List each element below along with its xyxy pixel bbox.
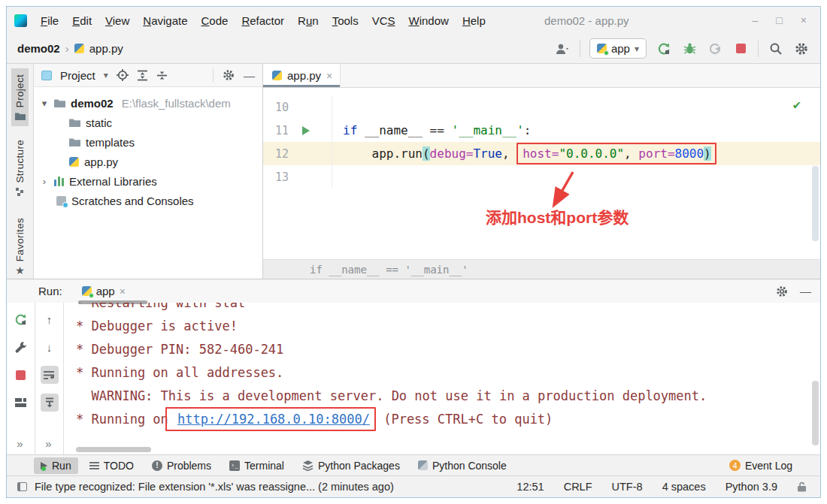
soft-wrap-toggle-icon[interactable] [41,366,59,384]
tree-row-templates[interactable]: templates [34,132,262,152]
window-minimize-button[interactable]: – [753,14,759,26]
menu-edit[interactable]: Edit [66,12,98,29]
todo-list-icon [89,462,99,469]
locate-file-icon[interactable] [117,69,129,81]
expand-all-icon[interactable] [137,70,148,81]
stop-process-button[interactable] [12,366,30,384]
run-console-output[interactable]: * Restarting with stat * Debugger is act… [64,303,820,454]
user-account-icon[interactable] [554,41,571,57]
toolwindow-tab-run[interactable]: Run [34,457,78,474]
status-line-separator[interactable]: CRLF [564,481,592,493]
chevron-down-icon[interactable]: ▾ [104,70,108,80]
more-actions-icon[interactable]: » [17,437,24,450]
window-close-button[interactable]: × [801,14,807,26]
tree-row-root[interactable]: ▾ demo02 E:\flask_fullstack\dem [34,93,262,113]
running-indicator [89,293,94,298]
stripe-tab-project[interactable]: Project [11,68,29,126]
rerun-app-button[interactable] [12,310,30,328]
toolwindow-tab-python-packages[interactable]: Python Packages [295,457,407,474]
menu-view[interactable]: View [99,12,135,29]
window-title: demo02 - app.py [544,14,629,27]
menu-code[interactable]: Code [195,12,235,29]
stripe-tab-favorites[interactable]: Favorites ★ [14,218,26,276]
edit-run-configuration-wrench-icon[interactable] [12,338,30,356]
code-editor[interactable]: 10 11 if __name__ == '__main__': 12 app.… [263,88,820,259]
run-with-coverage-icon[interactable] [707,41,723,57]
breadcrumb-project[interactable]: demo02 [17,42,60,55]
more-actions-icon[interactable]: » [45,437,53,450]
tree-row-app-py[interactable]: app.py [34,152,262,171]
toolwindow-tab-python-console[interactable]: Python Console [411,457,513,474]
run-tab-app[interactable]: app × [82,285,126,297]
status-indent[interactable]: 4 spaces [662,481,706,493]
code-line-13[interactable]: 13 [263,165,820,189]
settings-gear-icon[interactable] [793,41,810,57]
caret-collapsed-icon[interactable]: › [40,176,49,187]
hide-panel-icon[interactable]: — [800,285,811,297]
code-line-10[interactable]: 10 [263,95,820,119]
status-interpreter[interactable]: Python 3.9 [726,481,777,493]
restore-layout-icon[interactable] [12,394,30,412]
rerun-button[interactable] [656,41,672,57]
tree-item-label: Scratches and Consoles [71,195,194,207]
tree-row-scratches[interactable]: Scratches and Consoles [34,191,262,210]
caret-expanded-icon[interactable]: ▾ [40,98,49,109]
window-maximize-button[interactable]: □ [776,14,782,26]
editor-tab-label: app.py [287,69,321,82]
code-line-12[interactable]: 12 app.run(debug=True, host="0.0.0.0", p… [263,142,820,165]
project-view-icon [41,71,52,80]
console-horizontal-scrollbar[interactable] [76,447,151,452]
run-line-icon[interactable] [302,126,310,135]
lock-icon[interactable] [797,481,807,492]
next-occurrence-icon[interactable]: ↓ [41,338,59,356]
tree-row-static[interactable]: static [34,113,262,132]
tab-close-icon[interactable]: × [326,70,332,82]
menu-navigate[interactable]: Navigate [137,12,193,29]
editor-scrollbar[interactable] [812,166,819,241]
menu-tools[interactable]: Tools [326,12,365,29]
run-settings-gear-icon[interactable] [776,285,788,297]
menu-run[interactable]: Run [292,12,325,29]
annotation-box-host-port: host="0.0.0.0", port=8000) [516,143,716,164]
stripe-tab-structure[interactable]: Structure [11,134,29,202]
line-number: 10 [263,101,295,114]
toolwindow-toggle-icon[interactable] [17,482,27,491]
toolwindow-tab-todo[interactable]: TODO [83,457,141,474]
pycharm-logo-icon [14,14,27,27]
menu-vcs[interactable]: VCS [366,12,401,29]
project-tree: ▾ demo02 E:\flask_fullstack\dem static t… [34,87,262,210]
editor-tab-app-py[interactable]: app.py × [263,64,341,87]
project-settings-gear-icon[interactable] [223,69,235,81]
python-file-icon [74,44,84,53]
menu-file[interactable]: File [35,12,65,29]
menu-refactor[interactable]: Refactor [235,12,290,29]
collapse-all-icon[interactable] [156,70,168,81]
toolwindow-tab-terminal[interactable]: ›_ Terminal [223,457,291,474]
status-encoding[interactable]: UTF-8 [612,481,643,493]
scroll-to-end-toggle-icon[interactable] [41,394,59,412]
run-configuration-select[interactable]: app ▾ [589,38,647,59]
stop-button[interactable] [732,41,749,57]
tree-row-external-libraries[interactable]: › External Libraries [34,171,262,191]
toolwindow-tab-problems[interactable]: ! Problems [145,457,218,474]
project-panel-title[interactable]: Project [60,69,95,82]
navigation-breadcrumb: demo02 › app.py [17,42,123,55]
breadcrumb-separator-icon: › [65,42,69,55]
editor-breadcrumb-bar[interactable]: if __name__ == '__main__' [263,259,820,279]
server-url-link[interactable]: http://192.168.0.10:8000/ [177,412,370,427]
code-line-11[interactable]: 11 if __name__ == '__main__': [263,119,820,142]
main-menu: File Edit View Navigate Code Refactor Ru… [35,12,492,29]
status-message[interactable]: File type recognized: File extension '*.… [35,481,394,493]
tab-close-icon[interactable]: × [120,285,126,297]
console-vertical-scrollbar[interactable] [812,381,819,445]
prev-occurrence-icon[interactable]: ↑ [41,310,59,328]
inspections-ok-check-icon[interactable]: ✔ [793,97,801,112]
console-line: * Debugger PIN: 582-460-241 [76,338,820,361]
toolwindow-tab-event-log[interactable]: 4 Event Log [722,457,799,474]
menu-help[interactable]: Help [456,12,492,29]
search-everywhere-icon[interactable] [768,41,784,57]
breadcrumb-file[interactable]: app.py [89,42,123,55]
hide-panel-icon[interactable]: — [244,69,255,82]
debug-button[interactable] [681,41,698,57]
menu-window[interactable]: Window [403,12,455,29]
